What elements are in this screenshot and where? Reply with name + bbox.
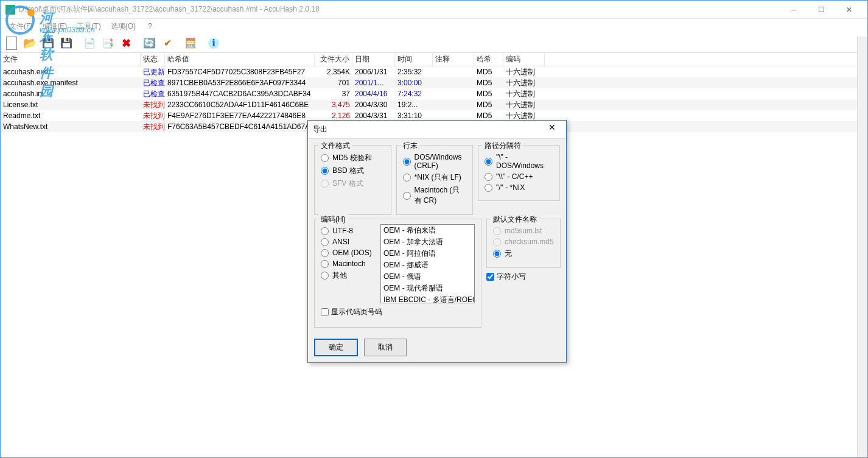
- col-hashtype[interactable]: 哈希: [474, 53, 503, 66]
- radio-lf[interactable]: *NIX (只有 LF): [403, 172, 467, 183]
- cancel-button[interactable]: 取消: [364, 339, 407, 356]
- radio-dblbackslash[interactable]: "\\" - C/C++: [485, 172, 553, 181]
- table-header: 文件 状态 哈希值 文件大小 日期 时间 注释 哈希 编码: [1, 53, 867, 66]
- radio-md5sum[interactable]: md5sum.lst: [493, 227, 554, 235]
- checkbox-codepage[interactable]: 显示代码页号码: [321, 307, 475, 317]
- menu-edit[interactable]: 编辑(E): [39, 20, 71, 33]
- minimize-button[interactable]: ─: [780, 1, 808, 18]
- radio-oem[interactable]: OEM (DOS): [321, 248, 376, 257]
- export-dialog: 导出 ✕ 文件格式 MD5 校验和 BSD 格式 SFV 格式 行末 DOS/W…: [307, 120, 567, 363]
- col-status[interactable]: 状态: [141, 53, 165, 66]
- radio-crlf[interactable]: DOS/Windows (CRLF): [403, 153, 467, 170]
- group-line-ending: 行末 DOS/Windows (CRLF) *NIX (只有 LF) Macin…: [396, 145, 474, 215]
- delete-button[interactable]: [117, 35, 135, 52]
- radio-none[interactable]: 无: [493, 248, 554, 259]
- dialog-close-button[interactable]: ✕: [543, 122, 561, 137]
- titlebar: D:\tool\桌面\河东软件园\accuhash_31722\accuhash…: [1, 1, 867, 19]
- menu-option[interactable]: 选项(O): [107, 20, 139, 33]
- radio-sfv[interactable]: SFV 格式: [321, 178, 385, 189]
- menubar: 文件(F) 编辑(E) 工具(T) 选项(O) ?: [1, 19, 867, 33]
- add-file-button[interactable]: [81, 35, 98, 52]
- save-button[interactable]: [40, 35, 57, 52]
- main-window: 河东软件园 www.pc0359.cn D:\tool\桌面\河东软件园\acc…: [0, 0, 868, 458]
- radio-mac[interactable]: Macintoch: [321, 259, 376, 268]
- window-title: D:\tool\桌面\河东软件园\accuhash_31722\accuhash…: [19, 4, 780, 15]
- maximize-button[interactable]: ☐: [808, 1, 835, 18]
- radio-checksum[interactable]: checksum.md5: [493, 238, 554, 246]
- table-row[interactable]: License.txt未找到2233CC6610C52ADA4F1D11F461…: [1, 99, 867, 110]
- open-button[interactable]: [21, 35, 38, 52]
- verify-button[interactable]: [159, 35, 176, 52]
- menu-tool[interactable]: 工具(T): [73, 20, 104, 33]
- radio-ansi[interactable]: ANSI: [321, 238, 376, 246]
- radio-backslash[interactable]: "\" - DOS/Windows: [485, 153, 553, 170]
- group-path-sep: 路径分隔符 "\" - DOS/Windows "\\" - C/C++ "/"…: [478, 145, 560, 201]
- col-size[interactable]: 文件大小: [315, 53, 352, 66]
- group-encoding: 编码(H) UTF-8 ANSI OEM (DOS) Macintoch 其他 …: [314, 219, 481, 328]
- app-icon: [5, 5, 15, 15]
- col-encoding[interactable]: 编码: [503, 53, 545, 66]
- encoding-listbox[interactable]: OEM - 希伯来语OEM - 加拿大法语OEM - 阿拉伯语OEM - 挪威语…: [380, 224, 475, 303]
- new-button[interactable]: [3, 35, 20, 52]
- col-date[interactable]: 日期: [352, 53, 395, 66]
- checkbox-lowercase[interactable]: 字符小写: [486, 272, 561, 282]
- radio-cr[interactable]: Macintoch (只有 CR): [403, 185, 467, 206]
- group-default-name: 默认文件名称 md5sum.lst checksum.md5 无: [486, 219, 561, 268]
- radio-bsd[interactable]: BSD 格式: [321, 166, 385, 176]
- ok-button[interactable]: 确定: [314, 339, 358, 356]
- dialog-title: 导出: [313, 124, 543, 135]
- radio-slash[interactable]: "/" - *NIX: [485, 183, 553, 192]
- toolbar: [1, 33, 867, 53]
- table-row[interactable]: accuhash.ini已检查6351975B447CACB2D6AC395A3…: [1, 88, 867, 99]
- add-list-button[interactable]: [99, 35, 116, 52]
- close-button[interactable]: ✕: [835, 1, 863, 18]
- vertical-scrollbar[interactable]: [857, 37, 867, 457]
- radio-utf8[interactable]: UTF-8: [321, 227, 376, 235]
- col-file[interactable]: 文件: [1, 53, 141, 66]
- col-hash[interactable]: 哈希值: [165, 53, 315, 66]
- col-time[interactable]: 时间: [395, 53, 433, 66]
- about-button[interactable]: [205, 35, 222, 52]
- radio-other[interactable]: 其他: [321, 270, 376, 281]
- menu-help[interactable]: ?: [144, 21, 156, 32]
- saveas-button[interactable]: [58, 35, 75, 52]
- col-comment[interactable]: 注释: [433, 53, 474, 66]
- table-row[interactable]: accuhash.exe已更新FD37557C4F5D77025C3808F23…: [1, 66, 867, 77]
- refresh-button[interactable]: [141, 35, 158, 52]
- dialog-titlebar: 导出 ✕: [308, 121, 566, 139]
- calculator-button[interactable]: [182, 35, 199, 52]
- group-file-format: 文件格式 MD5 校验和 BSD 格式 SFV 格式: [314, 145, 391, 215]
- radio-md5[interactable]: MD5 校验和: [321, 153, 385, 163]
- menu-file[interactable]: 文件(F): [5, 20, 37, 33]
- table-row[interactable]: accuhash.exe.manifest已检查8971CBEB0A53F2E8…: [1, 77, 867, 88]
